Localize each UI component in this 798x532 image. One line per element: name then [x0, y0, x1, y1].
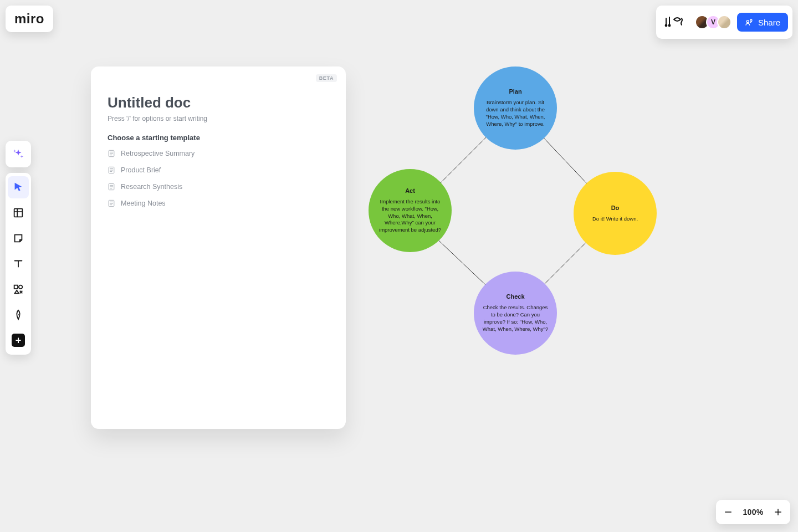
svg-rect-4 [14, 209, 23, 217]
node-title: Check [506, 293, 524, 300]
plus-icon [773, 507, 783, 517]
svg-point-0 [666, 25, 667, 27]
avatar-initial: V [711, 18, 715, 26]
doc-icon [108, 183, 115, 191]
template-label: Product Brief [121, 166, 161, 174]
reactions-icon [663, 15, 687, 29]
text-tool[interactable] [8, 253, 29, 275]
collaborator-avatars[interactable]: V [695, 15, 732, 29]
zoom-control: 100% [716, 500, 790, 524]
document-panel[interactable]: BETA Untitled doc Press '/' for options … [91, 66, 346, 429]
sticky-tool[interactable] [8, 227, 29, 249]
template-item[interactable]: Product Brief [108, 165, 329, 175]
node-do[interactable]: Do Do it! Write it down. [574, 172, 657, 255]
shapes-icon [12, 283, 24, 295]
doc-title[interactable]: Untitled doc [108, 94, 329, 111]
text-icon [12, 258, 24, 270]
svg-point-1 [669, 25, 671, 27]
node-body: Implement the results into the new workf… [376, 198, 444, 234]
doc-icon [108, 200, 115, 207]
header-bar: V Share [656, 6, 792, 39]
node-body: Brainstorm your plan. Sit down and think… [482, 99, 549, 127]
node-plan[interactable]: Plan Brainstorm your plan. Sit down and … [474, 66, 557, 150]
sparkle-icon [12, 148, 24, 160]
share-button[interactable]: Share [737, 13, 788, 32]
cursor-icon [12, 181, 24, 193]
doc-icon [108, 150, 115, 157]
logo-text: miro [14, 11, 44, 27]
doc-icon [108, 166, 115, 174]
template-section-label: Choose a starting template [108, 134, 329, 142]
miro-logo[interactable]: miro [6, 6, 53, 32]
ai-sparkle-tool[interactable] [8, 143, 29, 165]
template-item[interactable]: Meeting Notes [108, 198, 329, 208]
reactions-button[interactable] [661, 15, 689, 29]
node-title: Plan [509, 88, 521, 95]
beta-badge: BETA [316, 74, 337, 82]
svg-point-3 [750, 19, 752, 21]
pen-tool[interactable] [8, 304, 29, 326]
node-title: Act [405, 187, 415, 194]
shapes-tool[interactable] [8, 278, 29, 300]
zoom-out-button[interactable] [722, 505, 735, 519]
node-title: Do [611, 204, 620, 211]
node-check[interactable]: Check Check the results. Changes to be d… [474, 272, 557, 355]
minus-icon [723, 507, 733, 517]
sticky-icon [12, 232, 24, 244]
pen-icon [12, 309, 24, 321]
frame-tool[interactable] [8, 202, 29, 224]
share-icon [745, 18, 754, 27]
frame-icon [12, 207, 24, 219]
add-tool[interactable]: + [8, 329, 29, 351]
node-act[interactable]: Act Implement the results into the new w… [369, 169, 452, 252]
template-list: Retrospective Summary Product Brief Rese… [108, 149, 329, 208]
plus-icon: + [12, 334, 25, 347]
svg-point-2 [746, 21, 749, 23]
share-label: Share [758, 18, 780, 27]
template-item[interactable]: Retrospective Summary [108, 149, 329, 158]
zoom-in-button[interactable] [771, 505, 785, 519]
template-item[interactable]: Research Synthesis [108, 182, 329, 192]
zoom-level[interactable]: 100% [743, 508, 763, 516]
template-label: Retrospective Summary [121, 150, 195, 157]
left-toolbar: + [6, 173, 31, 355]
avatar [717, 15, 732, 29]
template-label: Research Synthesis [121, 183, 182, 191]
svg-rect-5 [14, 285, 18, 289]
doc-hint: Press '/' for options or start writing [108, 115, 329, 122]
pdca-diagram[interactable]: Plan Brainstorm your plan. Sit down and … [366, 61, 676, 371]
node-body: Do it! Write it down. [592, 216, 638, 223]
ai-tool-card [6, 141, 31, 167]
template-label: Meeting Notes [121, 200, 166, 207]
svg-point-6 [19, 285, 22, 289]
select-tool[interactable] [8, 176, 29, 198]
node-body: Check the results. Changes to be done? C… [482, 304, 549, 332]
